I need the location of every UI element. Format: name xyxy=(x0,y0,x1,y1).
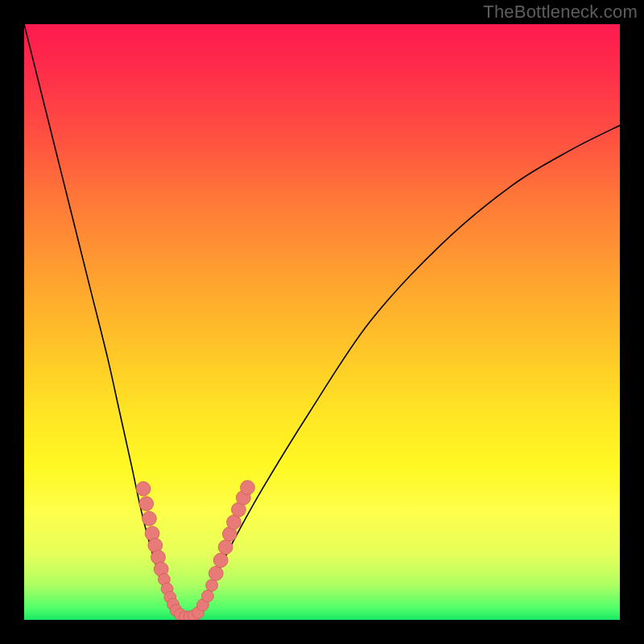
curve-marker xyxy=(227,515,242,530)
chart-container: TheBottleneck.com xyxy=(0,0,644,644)
curve-markers xyxy=(136,481,254,620)
curve-marker xyxy=(139,497,154,511)
curve-marker xyxy=(218,540,233,555)
curve-marker xyxy=(213,553,228,568)
curve-marker xyxy=(202,590,214,602)
curve-marker xyxy=(241,481,255,495)
bottleneck-curve xyxy=(24,24,620,617)
curve-marker xyxy=(206,580,218,592)
curve-marker xyxy=(136,481,151,496)
curve-marker xyxy=(208,566,223,580)
watermark-label: TheBottleneck.com xyxy=(483,2,638,23)
curve-marker xyxy=(142,511,157,526)
chart-overlay-svg xyxy=(24,24,620,620)
